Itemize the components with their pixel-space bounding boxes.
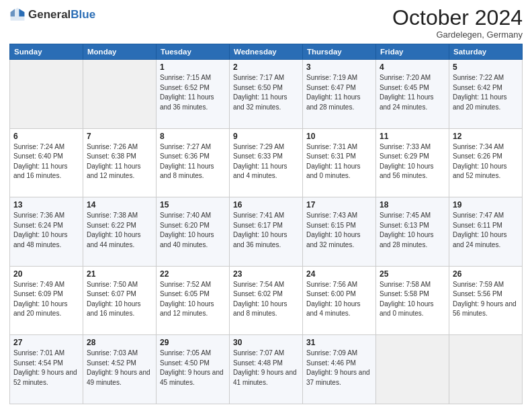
- day-info: Sunrise: 7:47 AMSunset: 6:11 PMDaylight:…: [453, 211, 519, 250]
- day-number: 14: [87, 200, 152, 210]
- sunset-text: Sunset: 5:56 PM: [453, 290, 502, 298]
- daylight-text: Daylight: 10 hours and 56 minutes.: [380, 163, 434, 180]
- day-info: Sunrise: 7:58 AMSunset: 5:58 PMDaylight:…: [380, 280, 445, 319]
- daylight-text: Daylight: 11 hours and 28 minutes.: [306, 93, 361, 111]
- daylight-text: Daylight: 10 hours and 12 minutes.: [160, 300, 214, 318]
- sunrise-text: Sunrise: 7:50 AM: [87, 281, 138, 288]
- sunrise-text: Sunrise: 7:58 AM: [380, 281, 431, 288]
- day-info: Sunrise: 7:38 AMSunset: 6:22 PMDaylight:…: [87, 211, 152, 250]
- day-info: Sunrise: 7:45 AMSunset: 6:13 PMDaylight:…: [380, 211, 445, 250]
- table-cell: 30Sunrise: 7:07 AMSunset: 4:48 PMDayligh…: [230, 335, 303, 404]
- logo-blue: Blue: [71, 8, 95, 21]
- header-tuesday: Tuesday: [157, 44, 230, 60]
- sunrise-text: Sunrise: 7:03 AM: [87, 349, 138, 357]
- sunrise-text: Sunrise: 7:52 AM: [160, 281, 211, 288]
- generalblue-logo-icon: [9, 7, 26, 23]
- day-info: Sunrise: 7:43 AMSunset: 6:15 PMDaylight:…: [306, 211, 372, 250]
- table-cell: 8Sunrise: 7:27 AMSunset: 6:36 PMDaylight…: [157, 128, 230, 197]
- svg-marker-1: [19, 9, 24, 16]
- page: General Blue October 2024 Gardelegen, Ge…: [0, 0, 532, 411]
- table-cell: 15Sunrise: 7:40 AMSunset: 6:20 PMDayligh…: [157, 197, 230, 267]
- sunrise-text: Sunrise: 7:29 AM: [233, 143, 284, 150]
- daylight-text: Daylight: 9 hours and 56 minutes.: [453, 300, 517, 318]
- day-number: 13: [13, 200, 79, 210]
- sunset-text: Sunset: 6:11 PM: [453, 222, 502, 229]
- day-number: 12: [453, 132, 519, 141]
- sunrise-text: Sunrise: 7:38 AM: [87, 212, 138, 219]
- table-cell: 1Sunrise: 7:15 AMSunset: 6:52 PMDaylight…: [157, 60, 230, 129]
- sunset-text: Sunset: 6:07 PM: [87, 290, 136, 298]
- sunset-text: Sunset: 6:09 PM: [13, 290, 63, 298]
- day-number: 2: [233, 62, 299, 72]
- sunrise-text: Sunrise: 7:01 AM: [13, 349, 64, 357]
- sunrise-text: Sunrise: 7:27 AM: [160, 143, 211, 150]
- day-number: 1: [160, 62, 226, 72]
- day-info: Sunrise: 7:29 AMSunset: 6:33 PMDaylight:…: [233, 142, 299, 181]
- week-row-4: 20Sunrise: 7:49 AMSunset: 6:09 PMDayligh…: [10, 266, 523, 335]
- table-cell: 13Sunrise: 7:36 AMSunset: 6:24 PMDayligh…: [10, 197, 83, 267]
- sunset-text: Sunset: 6:38 PM: [87, 152, 136, 160]
- sunrise-text: Sunrise: 7:17 AM: [233, 74, 284, 81]
- header-monday: Monday: [83, 44, 157, 60]
- day-number: 9: [233, 132, 299, 141]
- day-info: Sunrise: 7:59 AMSunset: 5:56 PMDaylight:…: [453, 280, 519, 319]
- sunset-text: Sunset: 6:05 PM: [160, 290, 210, 298]
- day-info: Sunrise: 7:07 AMSunset: 4:48 PMDaylight:…: [233, 349, 299, 387]
- table-cell: 20Sunrise: 7:49 AMSunset: 6:09 PMDayligh…: [10, 266, 83, 335]
- sunrise-text: Sunrise: 7:56 AM: [306, 281, 357, 288]
- table-cell: [83, 60, 157, 129]
- day-number: 30: [233, 338, 299, 347]
- daylight-text: Daylight: 10 hours and 20 minutes.: [13, 300, 68, 318]
- table-cell: 24Sunrise: 7:56 AMSunset: 6:00 PMDayligh…: [303, 266, 376, 335]
- table-cell: 22Sunrise: 7:52 AMSunset: 6:05 PMDayligh…: [157, 266, 230, 335]
- table-cell: 14Sunrise: 7:38 AMSunset: 6:22 PMDayligh…: [83, 197, 157, 267]
- day-info: Sunrise: 7:15 AMSunset: 6:52 PMDaylight:…: [160, 73, 226, 112]
- day-number: 20: [13, 269, 79, 279]
- sunset-text: Sunset: 4:50 PM: [160, 359, 210, 367]
- daylight-text: Daylight: 9 hours and 41 minutes.: [233, 369, 297, 386]
- sunset-text: Sunset: 6:31 PM: [306, 152, 356, 160]
- table-cell: [376, 335, 449, 404]
- day-number: 15: [160, 200, 226, 210]
- table-cell: 6Sunrise: 7:24 AMSunset: 6:40 PMDaylight…: [10, 128, 83, 197]
- day-info: Sunrise: 7:34 AMSunset: 6:26 PMDaylight:…: [453, 142, 519, 181]
- table-cell: 9Sunrise: 7:29 AMSunset: 6:33 PMDaylight…: [230, 128, 303, 197]
- day-number: 28: [87, 338, 152, 347]
- day-number: 16: [233, 200, 299, 210]
- sunset-text: Sunset: 4:52 PM: [87, 359, 136, 367]
- sunrise-text: Sunrise: 7:54 AM: [233, 281, 284, 288]
- sunset-text: Sunset: 4:48 PM: [233, 359, 283, 367]
- month-title: October 2024: [392, 7, 523, 28]
- location: Gardelegen, Germany: [392, 30, 523, 40]
- header-saturday: Saturday: [449, 44, 523, 60]
- daylight-text: Daylight: 9 hours and 37 minutes.: [306, 369, 370, 386]
- daylight-text: Daylight: 11 hours and 0 minutes.: [306, 163, 361, 180]
- sunrise-text: Sunrise: 7:40 AM: [160, 212, 211, 219]
- day-info: Sunrise: 7:50 AMSunset: 6:07 PMDaylight:…: [87, 280, 152, 319]
- daylight-text: Daylight: 11 hours and 12 minutes.: [87, 163, 141, 180]
- sunrise-text: Sunrise: 7:31 AM: [306, 143, 357, 150]
- week-row-2: 6Sunrise: 7:24 AMSunset: 6:40 PMDaylight…: [10, 128, 523, 197]
- day-info: Sunrise: 7:41 AMSunset: 6:17 PMDaylight:…: [233, 211, 299, 250]
- table-cell: 11Sunrise: 7:33 AMSunset: 6:29 PMDayligh…: [376, 128, 449, 197]
- daylight-text: Daylight: 9 hours and 52 minutes.: [13, 369, 77, 386]
- week-row-1: 1Sunrise: 7:15 AMSunset: 6:52 PMDaylight…: [10, 60, 523, 129]
- day-number: 4: [380, 62, 445, 72]
- sunset-text: Sunset: 6:45 PM: [380, 84, 429, 91]
- day-info: Sunrise: 7:03 AMSunset: 4:52 PMDaylight:…: [87, 349, 152, 387]
- day-number: 3: [306, 62, 372, 72]
- sunset-text: Sunset: 6:26 PM: [453, 152, 502, 160]
- sunrise-text: Sunrise: 7:07 AM: [233, 349, 284, 357]
- header-thursday: Thursday: [303, 44, 376, 60]
- day-info: Sunrise: 7:22 AMSunset: 6:42 PMDaylight:…: [453, 73, 519, 112]
- sunrise-text: Sunrise: 7:45 AM: [380, 212, 431, 219]
- day-number: 21: [87, 269, 152, 279]
- day-number: 18: [380, 200, 445, 210]
- table-cell: 16Sunrise: 7:41 AMSunset: 6:17 PMDayligh…: [230, 197, 303, 267]
- sunset-text: Sunset: 4:54 PM: [13, 359, 63, 367]
- daylight-text: Daylight: 10 hours and 48 minutes.: [13, 231, 68, 248]
- daylight-text: Daylight: 9 hours and 49 minutes.: [87, 369, 150, 386]
- daylight-text: Daylight: 10 hours and 36 minutes.: [233, 231, 287, 248]
- sunset-text: Sunset: 6:50 PM: [233, 84, 283, 91]
- table-cell: 17Sunrise: 7:43 AMSunset: 6:15 PMDayligh…: [303, 197, 376, 267]
